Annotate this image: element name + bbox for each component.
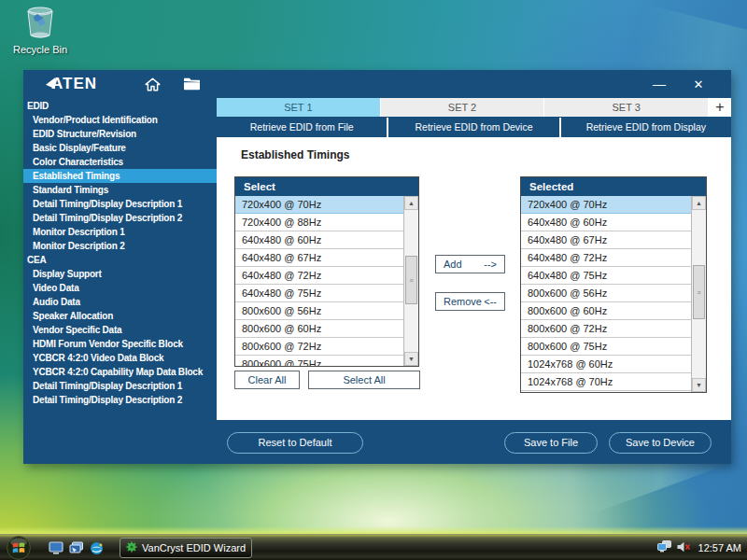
sidebar-item[interactable]: Video Data — [23, 281, 217, 295]
tab-set-3[interactable]: SET 3 — [544, 98, 708, 117]
browser-icon[interactable] — [90, 541, 105, 554]
subtab-retrieve-edid-from-file[interactable]: Retrieve EDID from File — [217, 118, 387, 137]
selected-list-body: 720x400 @ 70Hz640x480 @ 60Hz640x480 @ 67… — [521, 196, 706, 392]
timing-option[interactable]: 640x480 @ 60Hz — [235, 231, 403, 249]
sidebar-item[interactable]: HDMI Forum Vendor Specific Block — [23, 337, 217, 351]
remove-button-label: Remove — [444, 293, 482, 310]
add-arrow: --> — [484, 256, 497, 273]
window-titlebar: ATEN — ✕ — [23, 70, 731, 98]
subtab-retrieve-edid-from-display[interactable]: Retrieve EDID from Display — [561, 118, 731, 137]
sidebar-item[interactable]: Color Characteristics — [23, 155, 217, 169]
select-all-button[interactable]: Select All — [308, 371, 420, 389]
selected-timing-option[interactable]: 720x400 @ 70Hz — [521, 196, 691, 214]
sidebar-item[interactable]: Detail Timing/Display Description 2 — [23, 393, 217, 407]
save-to-device-button[interactable]: Save to Device — [609, 432, 712, 454]
selected-timing-option[interactable]: 640x480 @ 75Hz — [521, 267, 691, 285]
network-icon[interactable] — [657, 539, 672, 556]
aten-logo: ATEN — [46, 75, 97, 93]
sidebar-item[interactable]: Audio Data — [23, 295, 217, 309]
show-desktop-icon[interactable] — [49, 541, 63, 554]
sidebar-item[interactable]: Detail Timing/Display Description 1 — [23, 197, 217, 211]
recycle-bin-shortcut[interactable]: Recycle Bin — [7, 6, 73, 55]
sidebar-item[interactable]: Vendor Specific Data — [23, 323, 217, 337]
sidebar-item[interactable]: YCBCR 4:2:0 Capability Map Data Block — [23, 365, 217, 379]
subtab-retrieve-edid-from-device[interactable]: Retrieve EDID from Device — [388, 118, 558, 137]
timing-option[interactable]: 720x400 @ 88Hz — [235, 214, 403, 231]
select-list-rows: 720x400 @ 70Hz720x400 @ 88Hz640x480 @ 60… — [235, 196, 418, 366]
sidebar-item[interactable]: Vendor/Product Identification — [23, 113, 217, 127]
save-to-file-button[interactable]: Save to File — [504, 432, 598, 454]
selected-timing-option[interactable]: 1024x768 @ 60Hz — [521, 356, 691, 373]
system-tray: 12:57 AM — [657, 535, 741, 560]
select-list-panel: Select 720x400 @ 70Hz720x400 @ 88Hz640x4… — [234, 176, 419, 367]
home-icon[interactable] — [140, 74, 164, 94]
selected-timing-option[interactable]: 1024x768 @ 70Hz — [521, 373, 691, 391]
timing-option[interactable]: 720x400 @ 70Hz — [235, 196, 403, 214]
add-button-label: Add — [444, 256, 462, 273]
select-list-scrollbar[interactable]: ▲ ≡ ▼ — [403, 196, 418, 366]
content-panel: Established Timings Select 720x400 @ 70H… — [217, 137, 731, 448]
sidebar-section-header: EDID — [23, 99, 217, 113]
window-body: EDIDVendor/Product IdentificationEDID St… — [23, 98, 731, 464]
sidebar-item[interactable]: EDID Structure/Revision — [23, 127, 217, 141]
sidebar-item[interactable]: Established Timings — [23, 169, 217, 183]
tab-set-1[interactable]: SET 1 — [217, 98, 380, 117]
sidebar-item[interactable]: Display Support — [23, 267, 217, 281]
scroll-up-icon[interactable]: ▲ — [692, 196, 706, 210]
timing-option[interactable]: 640x480 @ 67Hz — [235, 249, 403, 267]
volume-muted-icon[interactable] — [677, 539, 691, 556]
selected-list-header: Selected — [521, 177, 706, 196]
recycle-bin-icon[interactable] — [24, 26, 56, 42]
set-tabstrip: SET 1SET 2SET 3+ — [217, 98, 731, 117]
clear-all-button[interactable]: Clear All — [234, 371, 300, 389]
footer-bar: Reset to Default Save to File Save to De… — [23, 420, 731, 464]
selected-timing-option[interactable]: 747x560 @ 72Hz — [521, 320, 691, 338]
sidebar-item[interactable]: Monitor Description 1 — [23, 225, 217, 239]
scroll-down-icon[interactable]: ▼ — [692, 378, 706, 392]
selected-timing-option[interactable]: 640x480 @ 60Hz — [521, 214, 691, 231]
remove-button[interactable]: Remove <-- — [435, 292, 505, 311]
selected-timing-option[interactable]: 747x560 @ 56Hz — [521, 285, 691, 302]
select-list-header: Select — [235, 177, 418, 196]
sidebar-item[interactable]: Basic Display/Feature — [23, 141, 217, 155]
timing-option[interactable]: 640x480 @ 75Hz — [235, 285, 403, 302]
reset-to-default-button[interactable]: Reset to Default — [227, 432, 363, 454]
selected-timing-option[interactable]: 640x480 @ 67Hz — [521, 231, 691, 249]
add-button[interactable]: Add --> — [435, 255, 505, 273]
sidebar-item[interactable]: Monitor Description 2 — [23, 239, 217, 253]
selected-list-panel: Selected 720x400 @ 70Hz640x480 @ 60Hz640… — [520, 176, 707, 393]
add-set-tab-button[interactable]: + — [709, 98, 731, 117]
selected-timing-option[interactable]: 747x560 @ 75Hz — [521, 338, 691, 356]
retrieve-subtabs: Retrieve EDID from FileRetrieve EDID fro… — [217, 118, 731, 137]
taskbar-glow — [0, 526, 747, 534]
sidebar-nav: EDIDVendor/Product IdentificationEDID St… — [23, 98, 217, 464]
timing-option[interactable]: 747x560 @ 60Hz — [235, 320, 403, 338]
app-window: ATEN — ✕ EDIDVendor/Product Identificati… — [23, 70, 731, 464]
timing-option[interactable]: 747x560 @ 56Hz — [235, 302, 403, 320]
sidebar-item[interactable]: Speaker Allocation — [23, 309, 217, 323]
scrollbar-thumb[interactable]: ≡ — [405, 256, 417, 304]
timing-option[interactable]: 747x560 @ 72Hz — [235, 338, 403, 356]
sidebar-item[interactable]: Detail Timing/Display Description 1 — [23, 379, 217, 393]
scroll-up-icon[interactable]: ▲ — [404, 196, 418, 210]
taskbar-task-vancryst-edid-wizard[interactable]: VanCryst EDID Wizard — [120, 538, 252, 558]
selected-timing-option[interactable]: 640x480 @ 72Hz — [521, 249, 691, 267]
selected-timing-option[interactable]: 747x560 @ 60Hz — [521, 302, 691, 320]
start-button[interactable] — [7, 536, 31, 560]
sidebar-item[interactable]: Standard Timings — [23, 183, 217, 197]
scroll-down-icon[interactable]: ▼ — [404, 352, 418, 366]
timing-option[interactable]: 747x560 @ 75Hz — [235, 356, 403, 366]
switch-windows-icon[interactable] — [69, 541, 84, 554]
tab-set-2[interactable]: SET 2 — [381, 98, 544, 117]
selected-list-scrollbar[interactable]: ▲ ≡ ▼ — [691, 196, 706, 392]
sidebar-item[interactable]: YCBCR 4:2:0 Video Data Block — [23, 351, 217, 365]
open-folder-icon[interactable] — [179, 74, 204, 94]
sidebar-item[interactable]: Detail Timing/Display Description 2 — [23, 211, 217, 225]
remove-arrow: <-- — [484, 293, 497, 310]
scrollbar-thumb[interactable]: ≡ — [693, 265, 705, 319]
minimize-button[interactable]: — — [645, 70, 673, 98]
selected-list-rows: 720x400 @ 70Hz640x480 @ 60Hz640x480 @ 67… — [521, 196, 706, 391]
timing-option[interactable]: 640x480 @ 72Hz — [235, 267, 403, 285]
aten-logo-text: ATEN — [51, 75, 97, 93]
close-button[interactable]: ✕ — [684, 70, 712, 98]
